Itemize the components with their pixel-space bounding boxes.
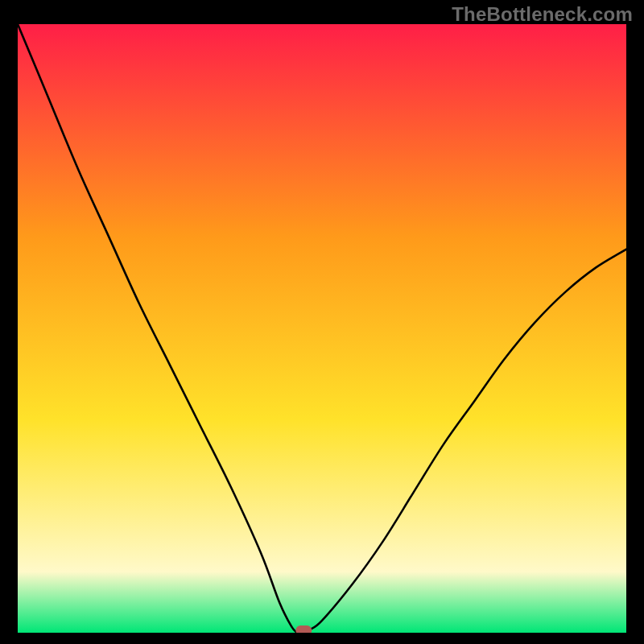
gradient-background [18, 24, 626, 633]
bottleneck-chart [18, 24, 626, 633]
optimal-marker [295, 625, 312, 633]
chart-frame: TheBottleneck.com [0, 0, 644, 644]
watermark-text: TheBottleneck.com [452, 3, 633, 26]
plot-area [18, 24, 626, 633]
